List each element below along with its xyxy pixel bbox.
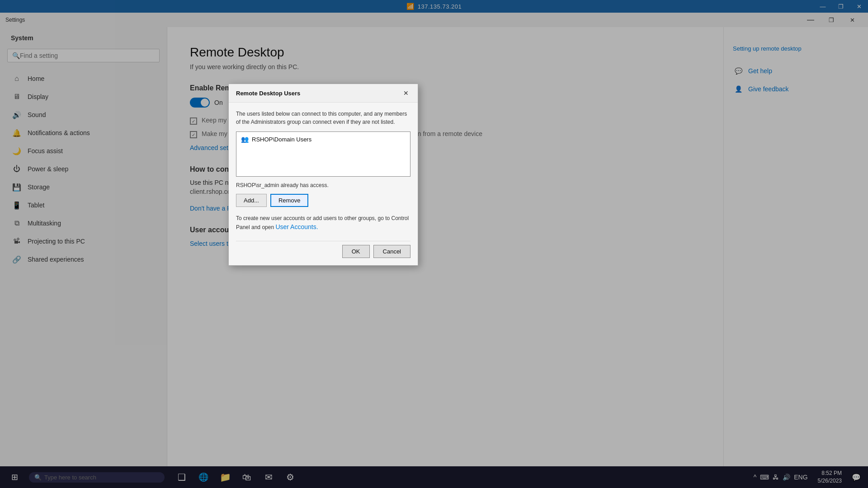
dialog-ok-btn[interactable]: OK xyxy=(342,245,370,258)
dialog-close-btn[interactable]: ✕ xyxy=(401,89,410,98)
dialog-titlebar: Remote Desktop Users ✕ xyxy=(229,84,418,103)
users-listbox[interactable]: 👥 RSHOP\Domain Users xyxy=(236,131,410,177)
user-name: RSHOP\Domain Users xyxy=(252,136,311,143)
user-accounts-link[interactable]: User Accounts. xyxy=(275,223,318,230)
dialog-overlay: Remote Desktop Users ✕ The users listed … xyxy=(0,0,868,488)
dialog-footer-text: To create new user accounts or add users… xyxy=(236,214,410,232)
dialog-body: The users listed below can connect to th… xyxy=(229,103,418,265)
user-group-icon: 👥 xyxy=(240,135,249,144)
dialog-cancel-btn[interactable]: Cancel xyxy=(373,245,410,258)
access-info: RSHOP\sr_admin already has access. xyxy=(236,182,410,188)
dialog-action-buttons: Add... Remove xyxy=(236,194,410,207)
user-entry: 👥 RSHOP\Domain Users xyxy=(238,134,408,145)
dialog-footer-actions: OK Cancel xyxy=(236,241,410,258)
remove-user-btn[interactable]: Remove xyxy=(270,194,308,207)
add-user-btn[interactable]: Add... xyxy=(236,194,267,207)
dialog-description: The users listed below can connect to th… xyxy=(236,110,410,126)
dialog-title: Remote Desktop Users xyxy=(236,90,300,97)
remote-desktop-users-dialog: Remote Desktop Users ✕ The users listed … xyxy=(228,84,418,266)
